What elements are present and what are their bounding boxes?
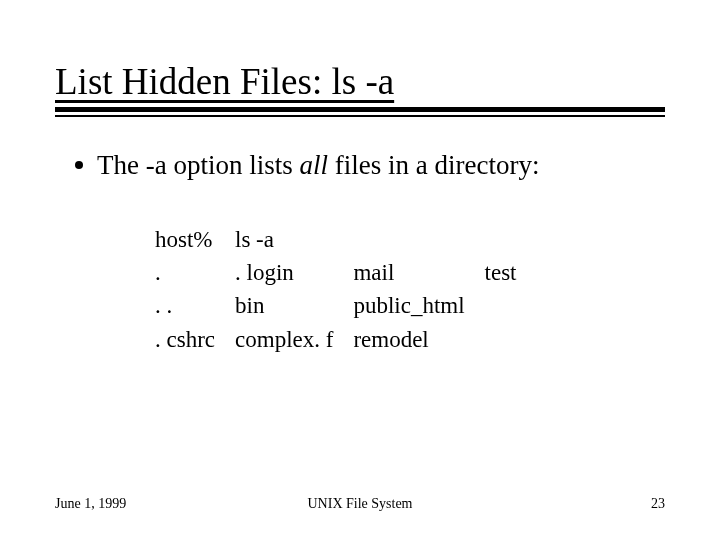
terminal-table: host% ls -a . . login mail test . . bin …	[155, 223, 537, 356]
terminal-cell: ls -a	[235, 223, 353, 256]
terminal-cell	[353, 223, 484, 256]
slide-title: List Hidden Files: ls -a	[55, 60, 665, 103]
terminal-row: . . login mail test	[155, 256, 537, 289]
terminal-cell	[485, 289, 537, 322]
terminal-cell: bin	[235, 289, 353, 322]
terminal-cell: public_html	[353, 289, 484, 322]
footer-title: UNIX File System	[308, 496, 413, 512]
terminal-cell: . cshrc	[155, 323, 235, 356]
terminal-cell: .	[155, 256, 235, 289]
terminal-cell: . login	[235, 256, 353, 289]
terminal-output: host% ls -a . . login mail test . . bin …	[155, 223, 665, 356]
terminal-cell: host%	[155, 223, 235, 256]
bullet-emph: all	[300, 150, 329, 180]
slide: List Hidden Files: ls -a The -a option l…	[0, 0, 720, 540]
rule-thick	[55, 107, 665, 112]
terminal-cell: mail	[353, 256, 484, 289]
bullet-dot-icon	[75, 161, 83, 169]
bullet-text: The -a option lists all files in a direc…	[97, 149, 539, 183]
terminal-cell: test	[485, 256, 537, 289]
terminal-cell: . .	[155, 289, 235, 322]
terminal-row: . . bin public_html	[155, 289, 537, 322]
bullet-option: -a	[146, 150, 167, 180]
slide-body: The -a option lists all files in a direc…	[55, 117, 665, 356]
footer-date: June 1, 1999	[55, 496, 126, 512]
footer-page: 23	[651, 496, 665, 512]
bullet-suffix: files in a directory:	[328, 150, 539, 180]
slide-footer: June 1, 1999 UNIX File System 23	[0, 496, 720, 512]
bullet-mid: option lists	[167, 150, 300, 180]
terminal-row: host% ls -a	[155, 223, 537, 256]
terminal-cell: remodel	[353, 323, 484, 356]
bullet-prefix: The	[97, 150, 146, 180]
terminal-cell	[485, 323, 537, 356]
bullet-item: The -a option lists all files in a direc…	[75, 149, 665, 183]
terminal-cell	[485, 223, 537, 256]
terminal-cell: complex. f	[235, 323, 353, 356]
terminal-row: . cshrc complex. f remodel	[155, 323, 537, 356]
